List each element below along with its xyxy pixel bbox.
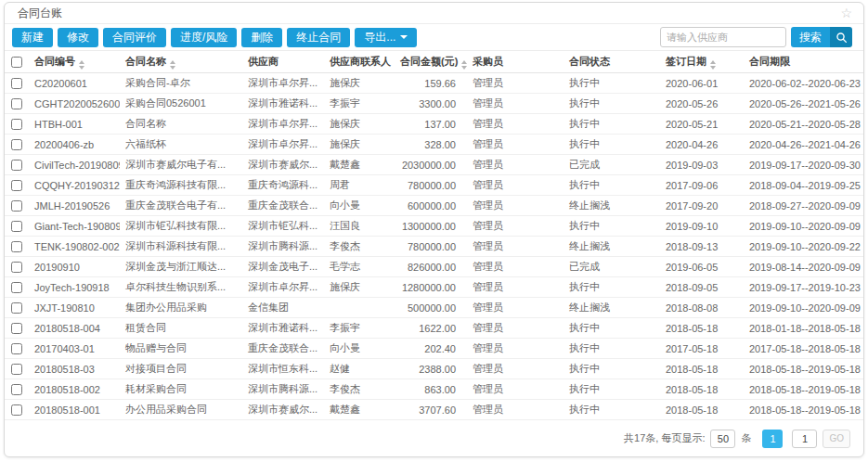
cell-buyer: 管理员: [467, 94, 564, 114]
cell-name: 采购合同-卓尔: [120, 73, 242, 94]
cell-contact: 戴楚鑫: [324, 400, 395, 420]
table-row[interactable]: JoyTech-190918卓尔科技生物识别系...深圳市卓尔昇...施保庆12…: [5, 277, 863, 298]
terminate-button[interactable]: 终止合同: [287, 28, 350, 47]
row-checkbox[interactable]: [11, 364, 22, 375]
table-row[interactable]: CGHT202005260001采购合同0526001深圳市雅诺科...李振宇3…: [5, 94, 863, 114]
cell-period: 2019-09-17--2019-10-23: [744, 277, 863, 298]
edit-button[interactable]: 修改: [58, 28, 98, 47]
table-row[interactable]: Giant-Tech-190809深圳市钜弘科技有限...深圳市钜弘科...汪国…: [5, 216, 863, 237]
delete-button[interactable]: 删除: [241, 28, 282, 47]
toolbar: 新建 修改 合同评价 进度/风险 删除 终止合同 导出... 搜索: [5, 24, 863, 50]
cell-status: 执行中: [564, 94, 660, 114]
cell-period: 2018-09-27--2020-09-09: [744, 196, 863, 216]
row-checkbox-cell: [5, 73, 29, 94]
cell-name: 重庆奇鸿源科技有限...: [120, 175, 242, 196]
pagination-summary: 共17条, 每页显示:: [624, 431, 705, 445]
go-button[interactable]: GO: [823, 430, 850, 448]
page-size-input[interactable]: [710, 430, 735, 448]
table-row[interactable]: 20180518-004租赁合同深圳市雅诺科...李振宇1622.00管理员执行…: [5, 318, 863, 339]
table-row[interactable]: 20170403-01物品赠与合同重庆金茂联合...向小曼202.40管理员执行…: [5, 339, 863, 359]
table-row[interactable]: 20180518-002耗材采购合同深圳市腾科源...李俊杰863.00管理员执…: [5, 379, 863, 400]
cell-period: 2018-05-18--2019-05-18: [744, 400, 863, 420]
sort-icon[interactable]: [170, 60, 175, 70]
evaluate-button[interactable]: 合同评价: [103, 28, 166, 47]
table-row[interactable]: 20180518-03对接项目合同深圳市恒东科...赵健2388.00管理员执行…: [5, 359, 863, 379]
row-checkbox[interactable]: [11, 98, 22, 109]
search-button[interactable]: 搜索: [791, 27, 852, 47]
row-checkbox[interactable]: [11, 384, 22, 395]
table-row[interactable]: 20200406-zb六福纸杯深圳市卓尔昇...施保庆328.00管理员执行中2…: [5, 135, 863, 155]
cell-period: 2019-09-17--2020-09-30: [744, 155, 863, 175]
cell-contact: 李振宇: [324, 318, 395, 339]
page-jump-input[interactable]: [792, 430, 817, 448]
column-header-contract-name[interactable]: 合同名称: [120, 51, 242, 73]
table-row[interactable]: TENK-190802-002深圳市科源科技有限...深圳市腾科源...李俊杰7…: [5, 237, 863, 257]
pagination-bar: 共17条, 每页显示: 条 1 GO: [5, 420, 863, 456]
row-checkbox[interactable]: [11, 78, 22, 89]
cell-period: 2020-05-26--2021-05-26: [744, 94, 863, 114]
row-checkbox[interactable]: [11, 282, 22, 293]
cell-period: 2018-01-18--2018-05-18: [744, 318, 863, 339]
search-input[interactable]: [660, 27, 786, 47]
cell-amount: 3707.60: [395, 400, 467, 420]
table-row[interactable]: C20200601采购合同-卓尔深圳市卓尔昇...施保庆159.66管理员执行中…: [5, 73, 863, 94]
cell-period: 2017-05-18--2018-05-18: [744, 339, 863, 359]
sort-icon[interactable]: [710, 60, 716, 70]
table-row[interactable]: HTBH-001合同名称深圳市卓尔昇...施保庆137.00管理员执行中2020…: [5, 114, 863, 135]
row-checkbox[interactable]: [11, 343, 22, 354]
chevron-down-icon: [400, 35, 408, 39]
cell-status: 终止搁浅: [564, 237, 660, 257]
export-button[interactable]: 导出...: [355, 28, 417, 47]
row-checkbox[interactable]: [11, 200, 22, 212]
table-row[interactable]: 20190910深圳金茂与浙江顺达...深圳金茂电子...毛学志826000.0…: [5, 257, 863, 277]
cell-name: 耗材采购合同: [120, 379, 242, 400]
column-header-sign-date[interactable]: 签订日期: [660, 51, 744, 73]
row-checkbox[interactable]: [11, 262, 22, 273]
cell-id: JXJT-190810: [29, 298, 120, 318]
sort-icon[interactable]: [461, 60, 467, 70]
column-label: 合同编号: [34, 56, 75, 67]
cell-buyer: 管理员: [467, 237, 564, 257]
cell-contact: 李俊杰: [324, 379, 395, 400]
row-checkbox[interactable]: [11, 221, 22, 232]
row-checkbox[interactable]: [11, 323, 22, 334]
row-checkbox[interactable]: [11, 160, 22, 171]
search-area: 搜索: [660, 27, 852, 47]
column-header-contract-no[interactable]: 合同编号: [29, 51, 120, 73]
cell-id: 20180518-002: [29, 379, 120, 400]
cell-id: 20200406-zb: [29, 135, 120, 155]
cell-amount: 826000.00: [395, 257, 467, 277]
row-checkbox[interactable]: [11, 180, 22, 191]
row-checkbox[interactable]: [11, 241, 22, 252]
column-label: 供应商联系人: [330, 56, 391, 67]
sort-icon[interactable]: [79, 60, 84, 70]
new-button[interactable]: 新建: [12, 28, 53, 47]
cell-supplier: 深圳市雅诺科...: [242, 318, 324, 339]
table-row[interactable]: JMLH-20190526重庆金茂联合电子有...重庆金茂联合...向小曼600…: [5, 196, 863, 216]
cell-contact: 李俊杰: [324, 237, 395, 257]
cell-name: 物品赠与合同: [120, 339, 242, 359]
page-1-button[interactable]: 1: [762, 430, 783, 448]
cell-id: 20180518-001: [29, 400, 120, 420]
select-all-checkbox[interactable]: [11, 57, 22, 68]
row-checkbox[interactable]: [11, 404, 22, 416]
cell-buyer: 管理员: [467, 216, 564, 237]
cell-supplier: 深圳市卓尔昇...: [242, 135, 324, 155]
row-checkbox[interactable]: [11, 139, 22, 150]
cell-buyer: 管理员: [467, 298, 564, 318]
cell-sign-date: 2019-09-10: [660, 216, 744, 237]
cell-buyer: 管理员: [467, 196, 564, 216]
column-header-amount[interactable]: 合同金额(元): [395, 51, 467, 73]
row-checkbox[interactable]: [11, 302, 22, 314]
row-checkbox[interactable]: [11, 119, 22, 130]
table-row[interactable]: CivilTech-20190809深圳市赛威尔电子有...深圳市赛威尔...戴…: [5, 155, 863, 175]
cell-status: 执行中: [564, 359, 660, 379]
cell-sign-date: 2020-05-26: [660, 94, 744, 114]
cell-buyer: 管理员: [467, 175, 564, 196]
table-row[interactable]: CQQHY-20190312重庆奇鸿源科技有限...重庆奇鸿源科...周君780…: [5, 175, 863, 196]
table-row[interactable]: 20180518-001办公用品采购合同深圳市赛威尔...戴楚鑫3707.60管…: [5, 400, 863, 420]
table-row[interactable]: JXJT-190810集团办公用品采购金信集团500000.00管理员终止搁浅2…: [5, 298, 863, 318]
cell-period: 2018-05-18--2019-05-18: [744, 359, 863, 379]
favorite-star-icon[interactable]: ☆: [840, 6, 852, 19]
progress-risk-button[interactable]: 进度/风险: [171, 28, 237, 47]
